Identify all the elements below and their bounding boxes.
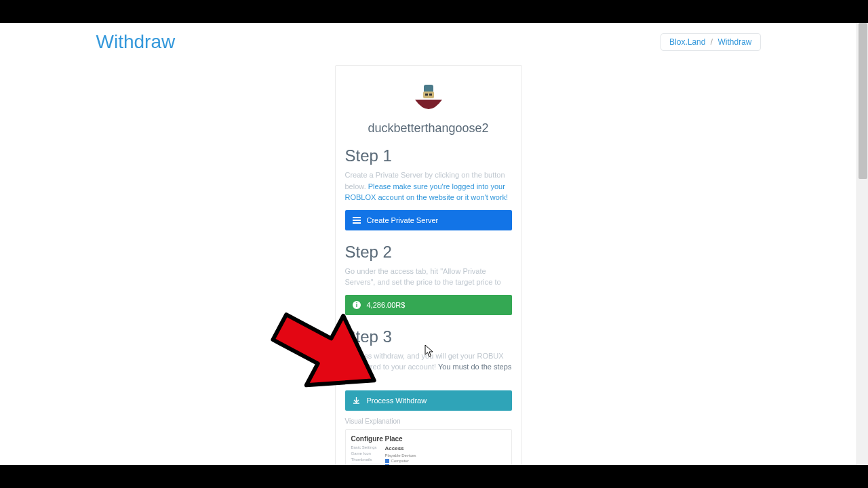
avatar-container bbox=[345, 79, 512, 116]
list-icon bbox=[352, 216, 361, 225]
page-header: Withdraw Blox.Land / Withdraw bbox=[96, 23, 761, 53]
svg-rect-6 bbox=[353, 222, 361, 224]
create-private-server-label: Create Private Server bbox=[367, 216, 439, 224]
svg-rect-5 bbox=[353, 220, 361, 221]
config-nav-item: Game Icon bbox=[351, 451, 380, 455]
scrollbar-track[interactable] bbox=[856, 23, 868, 465]
step1-description: Create a Private Server by clicking on t… bbox=[345, 169, 512, 203]
target-price-amount: 4,286.00R$ bbox=[367, 301, 406, 309]
step1-desc-emph: Please make sure you're logged into your… bbox=[345, 182, 509, 202]
withdraw-card: duckbetterthangoose2 Step 1 Create a Pri… bbox=[335, 65, 522, 488]
user-avatar bbox=[410, 79, 447, 116]
info-circle-icon: i bbox=[352, 300, 361, 310]
config-row: Computer bbox=[385, 459, 506, 463]
svg-text:i: i bbox=[355, 302, 357, 308]
svg-rect-2 bbox=[425, 94, 428, 96]
step3-title: Step 3 bbox=[345, 327, 512, 346]
step1-title: Step 1 bbox=[345, 146, 512, 165]
config-section-title: Access bbox=[385, 445, 506, 451]
page-content: Withdraw Blox.Land / Withdraw duckbetter… bbox=[0, 23, 856, 465]
breadcrumb-root[interactable]: Blox.Land bbox=[669, 37, 705, 47]
svg-rect-4 bbox=[353, 217, 361, 218]
checkbox-icon bbox=[385, 459, 389, 463]
breadcrumb-current: Withdraw bbox=[717, 37, 751, 47]
config-row: Playable Devices bbox=[385, 453, 506, 458]
config-nav-item: Basic Settings bbox=[351, 445, 380, 449]
process-withdraw-label: Process Withdraw bbox=[367, 396, 427, 405]
download-icon bbox=[352, 396, 361, 405]
letterbox-bottom bbox=[0, 465, 868, 488]
process-withdraw-button[interactable]: Process Withdraw bbox=[345, 390, 512, 411]
svg-rect-1 bbox=[423, 92, 434, 98]
breadcrumb-separator: / bbox=[711, 37, 713, 47]
step2-description: Go under the access tab, hit "Allow Priv… bbox=[345, 266, 512, 288]
visual-explanation-label: Visual Explanation bbox=[345, 418, 512, 425]
config-nav-item: Thumbnails bbox=[351, 458, 380, 462]
target-price-badge: i 4,286.00R$ bbox=[345, 295, 512, 315]
scrollbar-thumb[interactable] bbox=[859, 23, 867, 179]
step2-title: Step 2 bbox=[345, 243, 512, 262]
svg-rect-3 bbox=[429, 94, 432, 96]
page-title: Withdraw bbox=[96, 31, 176, 53]
breadcrumb: Blox.Land / Withdraw bbox=[660, 33, 760, 51]
step3-description: Process withdraw, and you will get your … bbox=[345, 350, 512, 384]
letterbox-top bbox=[0, 0, 868, 23]
configure-place-title: Configure Place bbox=[351, 435, 506, 443]
username-label: duckbetterthangoose2 bbox=[345, 121, 512, 136]
create-private-server-button[interactable]: Create Private Server bbox=[345, 210, 512, 230]
